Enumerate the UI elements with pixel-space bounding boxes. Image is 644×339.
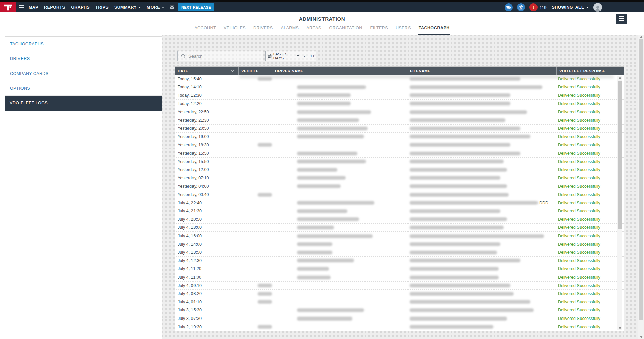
- nav-item-graphs[interactable]: GRAPHS: [71, 5, 90, 10]
- redacted-driver-name: [297, 85, 366, 89]
- column-header-date[interactable]: DATE: [175, 67, 238, 75]
- sidebar-item-drivers[interactable]: DRIVERS: [5, 51, 162, 66]
- redacted-filename: [410, 267, 499, 271]
- tab-vehicles[interactable]: VEHICLES: [223, 26, 246, 35]
- sidebar-item-options[interactable]: OPTIONS: [5, 81, 162, 96]
- table-row[interactable]: Today, 12:30 Delivered Successfully: [175, 91, 624, 100]
- table-row[interactable]: Yesterday, 19:00 Delivered Successfully: [175, 133, 624, 141]
- nav-item-trips[interactable]: TRIPS: [95, 5, 109, 10]
- header-menu-button[interactable]: [616, 14, 627, 24]
- redacted-filename: [410, 259, 520, 262]
- redacted-filename: [410, 184, 507, 188]
- table-row[interactable]: Yesterday, 15:50 Delivered Successfully: [175, 158, 624, 166]
- scrollbar-thumb[interactable]: [618, 81, 622, 229]
- row-driver-name: [272, 248, 407, 256]
- scroll-down-arrow[interactable]: [638, 336, 644, 338]
- table-row[interactable]: Yesterday, 00:40 Delivered Successfully: [175, 190, 624, 199]
- table-row[interactable]: July 4, 11:20 Delivered Successfully: [175, 265, 624, 273]
- row-response: Delivered Successfully: [556, 133, 624, 141]
- showing-filter-dropdown[interactable]: SHOWING ALL: [552, 5, 589, 10]
- row-vehicle: [238, 265, 272, 273]
- chevron-down-icon: [586, 7, 589, 8]
- sidebar-item-company-cards[interactable]: COMPANY CARDS: [5, 66, 162, 81]
- redacted-filename: [410, 85, 542, 89]
- nav-item-reports[interactable]: REPORTS: [44, 5, 65, 10]
- table-row[interactable]: July 4, 12:30 Delivered Successfully: [175, 257, 624, 265]
- date-range-select[interactable]: LAST 7 DAYS: [265, 51, 302, 61]
- date-minus-button[interactable]: -1: [302, 51, 309, 61]
- page-scrollbar[interactable]: [638, 35, 644, 339]
- table-row[interactable]: Yesterday, 20:50 Delivered Successfully: [175, 125, 624, 133]
- table-scrollbar[interactable]: [617, 76, 622, 330]
- scroll-up-arrow[interactable]: [617, 77, 622, 79]
- table-row[interactable]: Today, 14:10 Delivered Successfully: [175, 83, 624, 92]
- truck-status-button[interactable]: [505, 3, 513, 11]
- table-row[interactable]: July 4, 16:00 Delivered Successfully: [175, 232, 624, 240]
- table-row[interactable]: July 3, 07:30 Delivered Successfully: [175, 314, 624, 323]
- brand-logo[interactable]: [0, 2, 16, 12]
- tab-areas[interactable]: AREAS: [306, 26, 322, 35]
- navbar-right-group: TV ! 119 SHOWING ALL: [505, 2, 602, 12]
- table-row[interactable]: July 4, 11:00 Delivered Successfully: [175, 273, 624, 282]
- column-header-vehicle[interactable]: VEHICLE: [238, 67, 272, 75]
- next-release-button[interactable]: NEXT RELEASE: [178, 3, 214, 11]
- column-header-driver-name[interactable]: DRIVER NAME: [272, 67, 407, 75]
- table-row[interactable]: July 4, 08:20 Delivered Successfully: [175, 290, 624, 298]
- table-row[interactable]: Today, 12:20 Delivered Successfully: [175, 100, 624, 108]
- table-row[interactable]: Yesterday, 21:30 Delivered Successfully: [175, 116, 624, 125]
- scroll-down-arrow[interactable]: [617, 327, 622, 329]
- tab-users[interactable]: USERS: [395, 26, 412, 35]
- nav-item-more[interactable]: MORE: [147, 5, 164, 10]
- row-vehicle: [238, 108, 272, 116]
- sidebar-item-tachographs[interactable]: TACHOGRAPHS: [5, 37, 162, 51]
- nav-item-map[interactable]: MAP: [29, 5, 38, 10]
- table-row[interactable]: July 2, 19:30 Delivered Successfully: [175, 323, 624, 331]
- column-header-vdo-fleet-response[interactable]: VDO FLEET RESPONSE: [556, 67, 624, 75]
- gear-icon[interactable]: [169, 5, 175, 10]
- table-row[interactable]: July 4, 22:40 DDD Delivered Successfully: [175, 199, 624, 207]
- table-row[interactable]: Yesterday, 22:50 Delivered Successfully: [175, 108, 624, 116]
- table-row[interactable]: Yesterday, 04:00 Delivered Successfully: [175, 182, 624, 191]
- redacted-filename: [410, 276, 499, 279]
- table-row[interactable]: July 4, 14:00 Delivered Successfully: [175, 240, 624, 249]
- date-plus-button[interactable]: +1: [309, 51, 316, 61]
- table-row[interactable]: July 4, 09:10 Delivered Successfully: [175, 282, 624, 290]
- tab-tachograph[interactable]: TACHOGRAPH: [418, 26, 450, 35]
- redacted-driver-name: [297, 226, 334, 229]
- nav-item-summary[interactable]: SUMMARY: [114, 5, 141, 10]
- table-row[interactable]: Yesterday, 07:10 Delivered Successfully: [175, 174, 624, 182]
- row-date: Yesterday, 04:00: [175, 182, 238, 190]
- table-row[interactable]: July 4, 21:30 Delivered Successfully: [175, 207, 624, 216]
- table-row[interactable]: July 4, 13:50 Delivered Successfully: [175, 248, 624, 257]
- user-avatar[interactable]: [593, 3, 602, 12]
- row-response: Delivered Successfully: [556, 190, 624, 199]
- alerts-indicator[interactable]: ! 119: [529, 3, 547, 11]
- table-row[interactable]: July 4, 01:10 Delivered Successfully: [175, 298, 624, 306]
- redacted-filename: [410, 77, 520, 81]
- table-row[interactable]: July 4, 18:00 Delivered Successfully: [175, 224, 624, 232]
- column-header-filename[interactable]: FILENAME: [407, 67, 556, 75]
- scrollbar-thumb[interactable]: [639, 39, 643, 320]
- tab-filters[interactable]: FILTERS: [370, 26, 389, 35]
- redacted-driver-name: [297, 201, 374, 205]
- table-row[interactable]: July 3, 15:30 Delivered Successfully: [175, 306, 624, 315]
- table-row[interactable]: Yesterday, 15:50 Delivered Successfully: [175, 149, 624, 158]
- nav-hamburger-icon[interactable]: [19, 5, 24, 9]
- table-row[interactable]: July 4, 20:50 Delivered Successfully: [175, 215, 624, 224]
- tab-account[interactable]: ACCOUNT: [194, 26, 217, 35]
- tab-drivers[interactable]: DRIVERS: [253, 26, 273, 35]
- table-row[interactable]: Today, 15:40 Delivered Successfully: [175, 75, 624, 83]
- redacted-vehicle: [258, 300, 272, 304]
- tab-organization[interactable]: ORGANIZATION: [329, 26, 363, 35]
- tv-tutorials-button[interactable]: TV: [517, 3, 525, 11]
- row-vehicle: [238, 158, 272, 166]
- scroll-up-arrow[interactable]: [638, 36, 644, 38]
- row-filename: [407, 182, 556, 190]
- table-row[interactable]: Yesterday, 18:30 Delivered Successfully: [175, 141, 624, 150]
- tab-alarms[interactable]: ALARMS: [280, 26, 299, 35]
- search-input[interactable]: [188, 54, 256, 59]
- sidebar-item-vdo-fleet-logs[interactable]: VDO FLEET LOGS: [5, 96, 162, 111]
- row-response: Delivered Successfully: [556, 116, 624, 124]
- table-row[interactable]: Yesterday, 12:00 Delivered Successfully: [175, 166, 624, 174]
- row-response: Delivered Successfully: [556, 314, 624, 323]
